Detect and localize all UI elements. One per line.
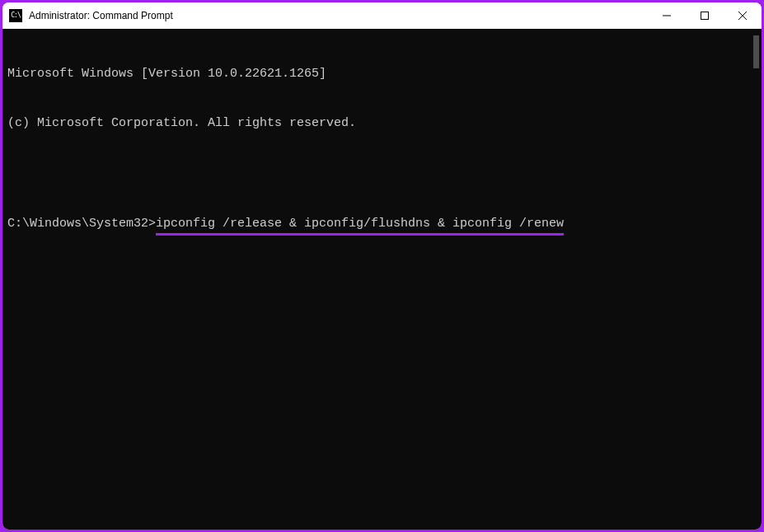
terminal-copyright-line: (c) Microsoft Corporation. All rights re…: [7, 115, 757, 132]
window-title: Administrator: Command Prompt: [29, 10, 648, 21]
terminal-command-text: ipconfig /release & ipconfig/flushdns & …: [156, 216, 564, 236]
terminal-blank-line: [7, 166, 757, 182]
svg-rect-1: [701, 12, 709, 20]
minimize-icon: [663, 12, 671, 20]
maximize-icon: [701, 12, 709, 20]
terminal-content: Microsoft Windows [Version 10.0.22621.12…: [2, 29, 762, 273]
cmd-icon-glyph: C:\: [11, 12, 20, 19]
command-prompt-window: C:\ Administrator: Command Prompt: [2, 2, 762, 530]
terminal-prompt-line: C:\Windows\System32>ipconfig /release & …: [7, 216, 757, 236]
minimize-button[interactable]: [648, 2, 686, 29]
terminal-version-line: Microsoft Windows [Version 10.0.22621.12…: [7, 66, 757, 82]
cmd-icon: C:\: [9, 9, 22, 22]
titlebar[interactable]: C:\ Administrator: Command Prompt: [2, 2, 762, 29]
maximize-button[interactable]: [686, 2, 724, 29]
window-controls: [648, 2, 762, 29]
terminal-prompt-path: C:\Windows\System32>: [7, 217, 156, 231]
close-icon: [738, 12, 747, 20]
terminal-area[interactable]: Microsoft Windows [Version 10.0.22621.12…: [2, 29, 762, 530]
close-button[interactable]: [724, 2, 762, 29]
vertical-scrollbar[interactable]: [753, 35, 759, 68]
